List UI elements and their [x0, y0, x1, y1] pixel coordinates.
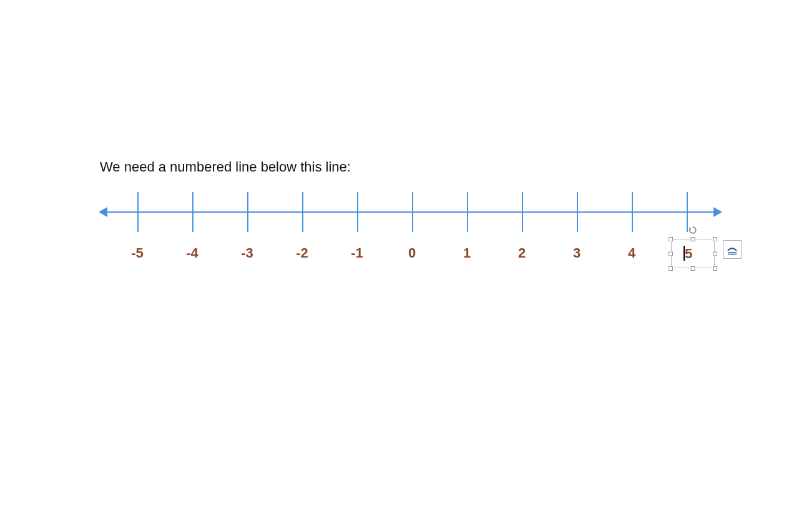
number-line-label[interactable]: -4 — [186, 245, 199, 261]
resize-handle-top-middle[interactable] — [691, 237, 695, 241]
resize-handle-middle-left[interactable] — [669, 252, 673, 256]
number-line-axis — [106, 211, 715, 213]
number-line-tick — [247, 192, 248, 232]
number-line-tick — [687, 192, 688, 232]
resize-handle-bottom-left[interactable] — [669, 266, 673, 271]
arrow-left-icon — [99, 207, 107, 217]
number-line-label[interactable]: -3 — [241, 245, 253, 261]
number-line-tick — [192, 192, 194, 232]
resize-handle-bottom-right[interactable] — [713, 266, 717, 271]
textbox-selected[interactable]: 5 — [671, 239, 715, 268]
resize-handle-bottom-middle[interactable] — [691, 266, 695, 271]
number-line-label[interactable]: 3 — [573, 245, 581, 261]
number-line-tick — [302, 192, 303, 232]
number-line-label[interactable]: -2 — [296, 245, 308, 261]
number-line-tick — [137, 192, 139, 232]
number-line-label[interactable]: 1 — [463, 245, 471, 261]
number-line-label[interactable]: -1 — [351, 245, 363, 261]
number-line-label[interactable]: 4 — [628, 245, 635, 261]
layout-options-icon — [726, 243, 738, 256]
layout-options-button[interactable] — [723, 240, 742, 259]
number-line-tick — [467, 192, 468, 232]
number-line-label[interactable]: 0 — [408, 245, 416, 261]
number-line-label[interactable]: 2 — [518, 245, 526, 261]
number-line-shape[interactable] — [100, 192, 721, 232]
number-line-tick — [522, 192, 523, 232]
number-line-tick — [577, 192, 578, 232]
number-line-tick — [357, 192, 358, 232]
number-line-labels: -5-4-3-2-101234 — [100, 245, 721, 264]
arrow-right-icon — [713, 207, 722, 217]
number-line-tick — [632, 192, 633, 232]
resize-handle-middle-right[interactable] — [713, 252, 717, 256]
resize-handle-top-left[interactable] — [669, 237, 673, 241]
textbox-value[interactable]: 5 — [685, 246, 692, 262]
number-line-tick — [412, 192, 413, 232]
number-line-label[interactable]: -5 — [131, 245, 144, 261]
selection-border — [671, 239, 715, 268]
document-heading[interactable]: We need a numbered line below this line: — [100, 159, 351, 175]
resize-handle-top-right[interactable] — [713, 237, 717, 241]
rotation-handle-icon[interactable] — [689, 226, 697, 235]
